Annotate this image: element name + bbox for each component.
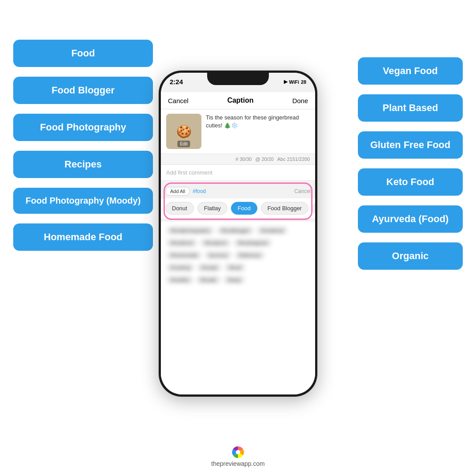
status-icons: ▶ WiFi 28 xyxy=(284,79,306,85)
battery-icon: 28 xyxy=(301,79,306,85)
char-count: Abc 2151/2200 xyxy=(277,156,310,162)
caption-done-button[interactable]: Done xyxy=(292,97,308,104)
chip-food-blogger[interactable]: Food Blogger xyxy=(261,202,309,215)
chip-donut[interactable]: Donut xyxy=(165,202,194,215)
comment-area[interactable]: Add first comment xyxy=(161,165,315,181)
tag-food-photography-moody[interactable]: Food Photography (Moody) xyxy=(13,188,153,214)
svg-point-1 xyxy=(236,450,240,454)
footer: thepreviewapp.com xyxy=(0,446,476,467)
post-image[interactable]: 🍪 Edit xyxy=(166,114,201,149)
right-tag-column: Vegan Food Plant Based Gluten Free Food … xyxy=(358,57,463,270)
tag-food-photography[interactable]: Food Photography xyxy=(13,114,153,141)
post-caption-text: Tis the season for these gingerbread cut… xyxy=(206,114,310,130)
post-preview: 🍪 Edit Tis the season for these gingerbr… xyxy=(161,109,315,154)
caption-header: Cancel Caption Done xyxy=(161,92,315,109)
add-bar-cancel[interactable]: Cancel xyxy=(294,188,311,194)
footer-site: thepreviewapp.com xyxy=(211,460,264,467)
edit-label: Edit xyxy=(177,141,190,147)
wifi-icon: WiFi xyxy=(289,79,299,85)
phone-mockup: 2:24 ▶ WiFi 28 Cancel Caption Done xyxy=(159,71,317,397)
tag-homemade-food[interactable]: Homemade Food xyxy=(13,223,153,251)
color-wheel-icon xyxy=(232,446,244,458)
chip-food[interactable]: Food xyxy=(231,202,257,215)
hashtag-list: #foodphotography #foodblogger #instafood… xyxy=(161,222,315,292)
phone-notch: 2:24 ▶ WiFi 28 xyxy=(161,73,315,92)
signal-icon: ▶ xyxy=(284,79,287,85)
tag-vegan-food[interactable]: Vegan Food xyxy=(358,57,463,85)
stats-bar: # 30/30 @ 20/20 Abc 2151/2200 xyxy=(161,154,315,165)
add-bar: Add All #food Cancel xyxy=(161,184,315,198)
tag-ayurveda-food[interactable]: Ayurveda (Food) xyxy=(358,205,463,233)
tag-keto-food[interactable]: Keto Food xyxy=(358,168,463,196)
tag-chip-row: Donut Flatlay Food Food Blogger Food P..… xyxy=(161,198,315,218)
status-time: 2:24 xyxy=(170,78,183,86)
app-screen: Cancel Caption Done 🍪 Edit Tis the seaso… xyxy=(161,92,315,394)
tag-food-blogger[interactable]: Food Blogger xyxy=(13,77,153,104)
tag-recipes[interactable]: Recipes xyxy=(13,151,153,178)
tag-plant-based[interactable]: Plant Based xyxy=(358,94,463,122)
tag-row-section: Add All #food Cancel Donut Flatlay Food … xyxy=(161,181,315,222)
chip-food-p[interactable]: Food P... xyxy=(312,202,315,215)
left-tag-column: Food Food Blogger Food Photography Recip… xyxy=(13,40,153,251)
caption-title: Caption xyxy=(227,97,254,104)
app-logo xyxy=(232,446,244,458)
caption-cancel-button[interactable]: Cancel xyxy=(168,97,189,104)
add-bar-field: #food xyxy=(193,188,291,194)
hashtag-count: # 30/30 xyxy=(236,156,252,162)
tag-organic[interactable]: Organic xyxy=(358,242,463,270)
add-all-button[interactable]: Add All xyxy=(165,187,190,196)
tag-gluten-free-food[interactable]: Gluten Free Food xyxy=(358,131,463,159)
chip-flatlay[interactable]: Flatlay xyxy=(197,202,227,215)
mention-count: @ 20/20 xyxy=(255,156,274,162)
tag-food[interactable]: Food xyxy=(13,40,153,67)
